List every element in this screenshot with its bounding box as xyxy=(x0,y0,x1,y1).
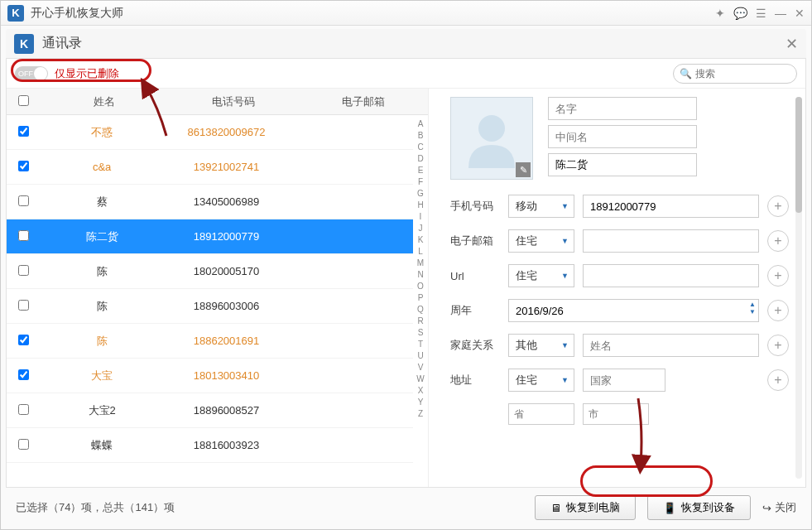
minimize-icon[interactable]: — xyxy=(775,7,786,20)
url-type-select[interactable]: 住宅 xyxy=(508,264,574,287)
alpha-V[interactable]: V xyxy=(413,362,428,373)
row-name: 陈 xyxy=(40,264,164,279)
family-type-select[interactable]: 其他 xyxy=(508,334,574,357)
alpha-H[interactable]: H xyxy=(413,200,428,211)
anniversary-field[interactable] xyxy=(508,299,759,322)
address-row: 地址 住宅 + xyxy=(450,369,789,392)
table-header: 姓名 电话号码 电子邮箱 xyxy=(7,89,428,115)
row-checkbox[interactable] xyxy=(18,126,29,137)
first-name-field[interactable] xyxy=(548,97,697,120)
date-spinner-icon[interactable]: ▲▼ xyxy=(749,301,756,316)
avatar[interactable]: ✎ xyxy=(450,97,533,180)
total-count: 141 xyxy=(135,501,153,513)
subwindow-close-icon[interactable]: ✕ xyxy=(786,35,798,53)
alpha-F[interactable]: F xyxy=(413,176,428,188)
row-name: 陈 xyxy=(40,334,164,349)
add-email-button[interactable]: + xyxy=(767,230,789,252)
add-family-button[interactable]: + xyxy=(767,335,789,356)
table-row[interactable]: 蔡13405006989 xyxy=(7,185,413,219)
alpha-A[interactable]: A xyxy=(413,118,428,130)
deleted-only-toggle[interactable]: OFF 仅显示已删除 xyxy=(15,66,119,81)
alpha-X[interactable]: X xyxy=(413,385,428,397)
alpha-G[interactable]: G xyxy=(413,188,428,200)
phone-type-select[interactable]: 移动 xyxy=(508,195,574,218)
alpha-index[interactable]: ABCDEFGHIJKLMNOPQRSTUVWXYZ xyxy=(413,115,428,487)
alpha-N[interactable]: N xyxy=(413,269,428,281)
table-row[interactable]: 陈18896003006 xyxy=(7,289,413,324)
alpha-O[interactable]: O xyxy=(413,281,428,292)
row-checkbox[interactable] xyxy=(18,300,29,311)
alpha-S[interactable]: S xyxy=(413,327,428,339)
close-icon[interactable]: ✕ xyxy=(795,7,805,20)
header-phone[interactable]: 电话号码 xyxy=(169,94,298,109)
address-province-field[interactable] xyxy=(508,403,574,425)
alpha-E[interactable]: E xyxy=(413,165,428,176)
alpha-Z[interactable]: Z xyxy=(413,408,428,420)
alpha-T[interactable]: T xyxy=(413,339,428,350)
add-url-button[interactable]: + xyxy=(767,265,789,287)
last-name-field[interactable] xyxy=(548,153,697,176)
select-all-checkbox[interactable] xyxy=(18,95,29,106)
table-row[interactable]: 大宝18013003410 xyxy=(7,359,413,393)
row-checkbox[interactable] xyxy=(18,369,29,380)
address-country-field[interactable] xyxy=(583,369,665,392)
alpha-C[interactable]: C xyxy=(413,142,428,153)
row-checkbox[interactable] xyxy=(18,335,29,345)
alpha-B[interactable]: B xyxy=(413,130,428,142)
family-name-field[interactable] xyxy=(583,334,759,357)
header-name[interactable]: 姓名 xyxy=(40,94,169,109)
row-checkbox[interactable] xyxy=(18,195,29,206)
row-checkbox[interactable] xyxy=(18,161,29,171)
alpha-J[interactable]: J xyxy=(413,223,428,234)
alpha-P[interactable]: P xyxy=(413,292,428,304)
address-type-select[interactable]: 住宅 xyxy=(508,369,574,392)
add-anniversary-button[interactable]: + xyxy=(767,300,789,321)
phone-value-field[interactable] xyxy=(583,195,759,218)
pc-icon: 🖥 xyxy=(550,502,561,514)
table-row[interactable]: 大宝218896008527 xyxy=(7,393,413,428)
avatar-edit-icon[interactable]: ✎ xyxy=(516,162,531,177)
table-row[interactable]: 陈二货18912000779 xyxy=(7,219,413,254)
toggle-label: 仅显示已删除 xyxy=(55,66,119,81)
add-address-button[interactable]: + xyxy=(767,369,789,391)
table-row[interactable]: 陈18862001691 xyxy=(7,324,413,359)
address-city-field[interactable] xyxy=(583,403,649,425)
alpha-I[interactable]: I xyxy=(413,211,428,223)
add-phone-button[interactable]: + xyxy=(767,195,789,217)
alpha-U[interactable]: U xyxy=(413,350,428,362)
alpha-Y[interactable]: Y xyxy=(413,397,428,408)
alpha-Q[interactable]: Q xyxy=(413,304,428,316)
restore-to-pc-button[interactable]: 🖥恢复到电脑 xyxy=(535,495,636,520)
email-type-select[interactable]: 住宅 xyxy=(508,229,574,253)
row-checkbox[interactable] xyxy=(18,404,29,415)
detail-scrollbar[interactable] xyxy=(795,97,802,479)
status-text: 已选择（74）项，总共（141）项 xyxy=(16,500,175,515)
restore-to-device-button[interactable]: 📱恢复到设备 xyxy=(647,495,751,520)
alpha-W[interactable]: W xyxy=(413,373,428,385)
row-phone: 18896008527 xyxy=(164,404,288,417)
alpha-K[interactable]: K xyxy=(413,234,428,246)
menu-icon[interactable]: ☰ xyxy=(756,7,766,20)
row-checkbox[interactable] xyxy=(18,265,29,276)
email-value-field[interactable] xyxy=(583,229,759,253)
alpha-R[interactable]: R xyxy=(413,316,428,327)
chat-icon[interactable]: 💬 xyxy=(733,7,747,20)
row-checkbox[interactable] xyxy=(18,439,29,450)
alpha-M[interactable]: M xyxy=(413,258,428,269)
row-phone: 13405006989 xyxy=(164,195,288,208)
wechat-icon[interactable]: ✦ xyxy=(715,7,725,20)
table-row[interactable]: 陈18020005170 xyxy=(7,254,413,289)
toggle-switch[interactable]: OFF xyxy=(15,66,48,81)
middle-name-field[interactable] xyxy=(548,125,697,148)
subwindow-logo: K xyxy=(14,34,34,54)
close-button[interactable]: ↪关闭 xyxy=(762,500,796,515)
url-value-field[interactable] xyxy=(583,264,759,287)
alpha-L[interactable]: L xyxy=(413,246,428,258)
table-row[interactable]: c&a13921002741 xyxy=(7,150,413,185)
table-row[interactable]: 不惑8613820009672 xyxy=(7,115,413,150)
alpha-D[interactable]: D xyxy=(413,153,428,165)
selected-count: 74 xyxy=(59,501,70,513)
row-checkbox[interactable] xyxy=(18,230,29,241)
header-email[interactable]: 电子邮箱 xyxy=(299,94,428,109)
table-row[interactable]: 蝶蝶18816003923 xyxy=(7,428,413,463)
